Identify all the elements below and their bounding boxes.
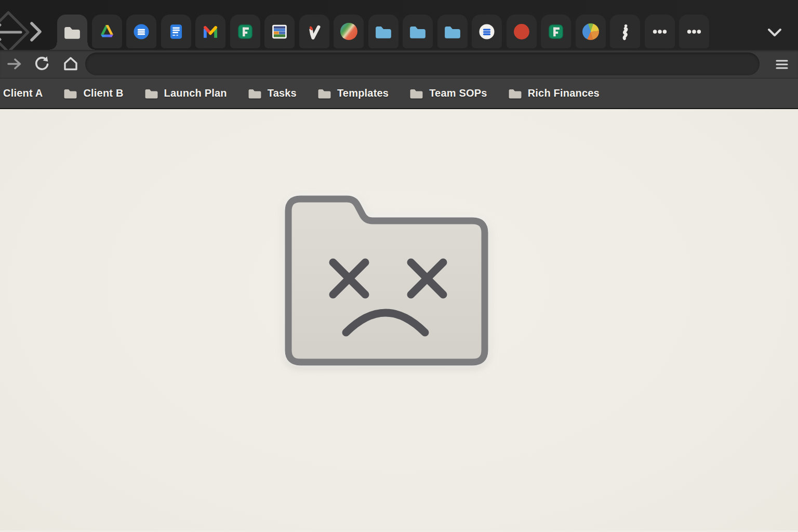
ellipsis-icon [650,22,669,41]
tab-blue-folder-1[interactable] [368,15,398,48]
folder-icon [248,88,262,99]
marble-sphere-icon [340,23,357,40]
check-swoosh-icon [305,22,324,41]
folder-icon [409,88,423,99]
browser-window: Client A Client B Launch Plan Tasks Temp… [0,0,798,532]
bookmark-team-sops[interactable]: Team SOPs [409,87,487,99]
tab-google-docs[interactable] [161,15,191,48]
menu-icon[interactable] [774,57,790,72]
pie-chart-icon [582,23,599,40]
bookmark-label: Tasks [268,87,297,99]
tab-list [57,15,709,50]
folder-icon [63,88,77,99]
bookmark-rich-finances[interactable]: Rich Finances [508,87,600,99]
bookmark-templates[interactable]: Templates [317,87,389,99]
forward-icon[interactable] [5,55,24,73]
bookmark-label: Client B [83,87,123,99]
dead-folder-illustration [285,195,488,367]
google-drive-icon [98,22,116,41]
bookmark-client-a[interactable]: Client A [3,87,43,99]
docs-circle-icon [132,22,151,41]
google-docs-icon [167,22,185,41]
tab-docs-circle[interactable] [126,15,156,48]
tab-overflow-1[interactable] [645,15,675,48]
bookmark-label: Team SOPs [429,87,487,99]
green-f-icon [236,22,255,41]
gmail-icon [201,22,220,41]
bookmarks-bar: Client A Client B Launch Plan Tasks Temp… [0,78,798,109]
folder-icon [62,23,82,41]
tab-list-circle[interactable] [472,15,502,48]
bookmark-launch-plan[interactable]: Launch Plan [144,87,227,99]
bookmark-label: Rich Finances [528,87,600,99]
chevron-right-icon[interactable] [27,20,45,44]
tab-google-drive[interactable] [92,15,122,48]
folder-icon [508,88,522,99]
home-icon[interactable] [61,55,80,73]
tab-red-dot[interactable] [507,15,537,48]
toolbar [0,50,798,78]
page-content [0,109,798,530]
ellipsis-icon [685,22,703,41]
tab-blue-folder-3[interactable] [437,15,468,48]
bookmark-label: Client A [3,87,43,99]
tab-check-app[interactable] [299,15,329,48]
reload-icon[interactable] [32,55,51,73]
tab-blue-folder-2[interactable] [403,15,433,48]
bookmark-client-b[interactable]: Client B [63,87,123,99]
tab-overflow-2[interactable] [679,15,709,48]
tab-gmail[interactable] [195,15,225,48]
address-bar-input[interactable] [85,52,760,75]
tab-webpage-preview[interactable] [264,15,295,48]
bookmark-label: Templates [337,87,389,99]
tab-strip [0,0,798,50]
tab-files-folder[interactable] [57,15,87,50]
route-squiggle-icon [616,22,634,41]
tab-pie-chart[interactable] [576,15,606,48]
blue-folder-icon [374,23,393,41]
folder-icon [317,88,331,99]
green-f-icon [547,22,565,41]
red-circle-icon [512,22,531,41]
tab-green-f-app-2[interactable] [541,15,571,48]
webpage-thumbnail-icon [270,22,289,41]
blue-folder-icon [443,23,462,41]
folder-icon [144,88,158,99]
tab-route-app[interactable] [610,15,640,48]
bookmark-label: Launch Plan [164,87,227,99]
folder-shape [288,199,485,362]
tab-green-f-app[interactable] [230,15,260,48]
blue-folder-icon [408,23,428,41]
list-circle-icon [477,22,496,41]
bookmark-tasks[interactable]: Tasks [248,87,297,99]
chevron-down-icon[interactable] [766,27,783,39]
tab-marble-sphere[interactable] [334,15,364,48]
